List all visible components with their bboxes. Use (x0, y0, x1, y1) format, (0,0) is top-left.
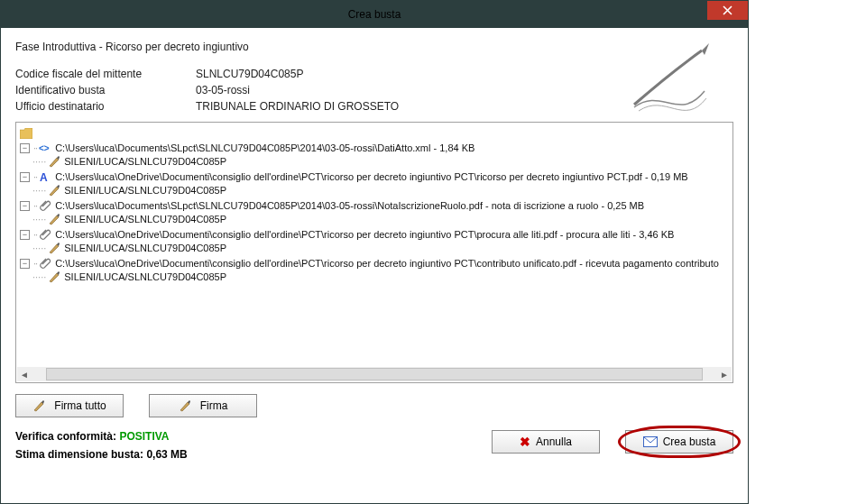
sign-all-button[interactable]: Firma tutto (15, 394, 124, 417)
tree-connector: ····· (32, 214, 46, 225)
tree-signer[interactable]: ·····SILENI/LUCA/SLNLCU79D04C085P (18, 270, 731, 285)
signer-name: SILENI/LUCA/SLNLCU79D04C085P (64, 185, 226, 196)
cf-value: SLNLCU79D04C085P (196, 68, 303, 80)
close-button[interactable] (707, 1, 748, 20)
file-type-icon: A (39, 170, 51, 183)
verify-result: POSITIVA (119, 430, 169, 443)
footer-buttons: ✖ Annulla Crea busta (492, 430, 733, 454)
tree-signer[interactable]: ·····SILENI/LUCA/SLNLCU79D04C085P (18, 155, 731, 170)
tree-item[interactable]: −··C:\Users\luca\Documents\SLpct\SLNLCU7… (18, 198, 731, 213)
create-envelope-button[interactable]: Crea busta (625, 430, 733, 454)
file-path: C:\Users\luca\OneDrive\Documenti\consigl… (55, 258, 719, 269)
tree-item[interactable]: −··C:\Users\luca\OneDrive\Documenti\cons… (18, 256, 731, 270)
tree-connector: ·· (33, 229, 37, 240)
pen-icon (32, 399, 45, 412)
id-label: Identificativo busta (15, 84, 196, 96)
cancel-button[interactable]: ✖ Annulla (492, 430, 600, 454)
signer-name: SILENI/LUCA/SLNLCU79D04C085P (64, 243, 226, 253)
tree-connector: ·· (33, 200, 37, 211)
signer-name: SILENI/LUCA/SLNLCU79D04C085P (64, 156, 226, 167)
cf-label: Codice fiscale del mittente (15, 68, 196, 80)
scroll-left-arrow-icon[interactable]: ◄ (17, 367, 32, 381)
svg-text:<>: <> (39, 143, 50, 153)
pen-icon (48, 184, 60, 197)
horizontal-scrollbar[interactable]: ◄ ► (17, 367, 732, 381)
window-title: Crea busta (348, 8, 401, 21)
collapse-icon[interactable]: − (20, 259, 30, 269)
pen-decoration-icon (616, 37, 724, 118)
size-value: 0,63 MB (146, 448, 187, 461)
office-label: Ufficio destinatario (15, 100, 196, 113)
verify-line: Verifica conformità: POSITIVA (15, 430, 188, 443)
sign-button-row: Firma tutto Firma (15, 394, 733, 417)
tree-connector: ·· (33, 171, 37, 182)
cancel-x-icon: ✖ (520, 435, 530, 449)
pen-icon (179, 399, 191, 412)
file-path: C:\Users\luca\Documents\SLpct\SLNLCU79D0… (55, 200, 644, 211)
tree-connector: ·· (33, 142, 37, 153)
title-bar: Crea busta (1, 1, 748, 28)
tree-signer[interactable]: ·····SILENI/LUCA/SLNLCU79D04C085P (18, 213, 731, 227)
sign-button[interactable]: Firma (149, 394, 257, 417)
size-label: Stima dimensione busta: (15, 448, 143, 461)
signer-name: SILENI/LUCA/SLNLCU79D04C085P (64, 214, 226, 225)
pen-icon (48, 213, 60, 225)
header-area: Fase Introduttiva - Ricorso per decreto … (15, 41, 733, 113)
dialog-content: Fase Introduttiva - Ricorso per decreto … (1, 28, 748, 503)
scroll-thumb[interactable] (46, 368, 703, 380)
file-path: C:\Users\luca\Documents\SLpct\SLNLCU79D0… (55, 142, 474, 153)
create-button-highlight: Crea busta (625, 430, 733, 454)
tree-root[interactable] (18, 126, 731, 141)
collapse-icon[interactable]: − (20, 143, 30, 153)
tree-signer[interactable]: ·····SILENI/LUCA/SLNLCU79D04C085P (18, 242, 731, 256)
svg-text:A: A (40, 171, 48, 182)
pen-icon (48, 242, 60, 254)
dialog-window: Crea busta Fase Introduttiva - Ricorso p… (0, 0, 749, 504)
tree-connector: ····· (32, 185, 46, 196)
verify-label: Verifica conformità: (15, 430, 116, 443)
file-type-icon (39, 257, 51, 270)
footer-row: Verifica conformità: POSITIVA Stima dime… (15, 430, 733, 461)
tree-item[interactable]: −··AC:\Users\luca\OneDrive\Documenti\con… (18, 170, 731, 184)
sign-all-label: Firma tutto (54, 399, 106, 412)
sign-label: Firma (200, 399, 228, 412)
tree-connector: ·· (33, 258, 37, 269)
id-value: 03-05-rossi (196, 84, 250, 96)
pen-icon (48, 270, 60, 283)
tree-connector: ····· (32, 156, 46, 167)
tree-signer[interactable]: ·····SILENI/LUCA/SLNLCU79D04C085P (18, 184, 731, 198)
pen-icon (48, 155, 60, 168)
verify-block: Verifica conformità: POSITIVA Stima dime… (15, 430, 188, 461)
tree-item[interactable]: −··C:\Users\luca\OneDrive\Documenti\cons… (18, 227, 731, 242)
scroll-right-arrow-icon[interactable]: ► (717, 367, 732, 381)
collapse-icon[interactable]: − (20, 201, 30, 211)
envelope-icon (643, 436, 658, 447)
tree-connector: ····· (32, 271, 46, 282)
file-tree-panel[interactable]: −··<>C:\Users\luca\Documents\SLpct\SLNLC… (15, 122, 733, 383)
cancel-label: Annulla (536, 435, 572, 448)
signer-name: SILENI/LUCA/SLNLCU79D04C085P (64, 271, 226, 282)
file-type-icon: <> (39, 142, 51, 154)
file-type-icon (39, 228, 51, 241)
collapse-icon[interactable]: − (20, 230, 30, 240)
create-label: Crea busta (663, 435, 716, 448)
file-path: C:\Users\luca\OneDrive\Documenti\consigl… (55, 229, 674, 240)
tree-item[interactable]: −··<>C:\Users\luca\Documents\SLpct\SLNLC… (18, 141, 731, 155)
size-line: Stima dimensione busta: 0,63 MB (15, 448, 188, 461)
file-type-icon (39, 199, 51, 212)
tree-connector: ····· (32, 243, 46, 253)
file-path: C:\Users\luca\OneDrive\Documenti\consigl… (55, 171, 688, 182)
collapse-icon[interactable]: − (20, 172, 30, 182)
folder-icon (20, 127, 32, 140)
office-value: TRIBUNALE ORDINARIO DI GROSSETO (196, 100, 399, 113)
